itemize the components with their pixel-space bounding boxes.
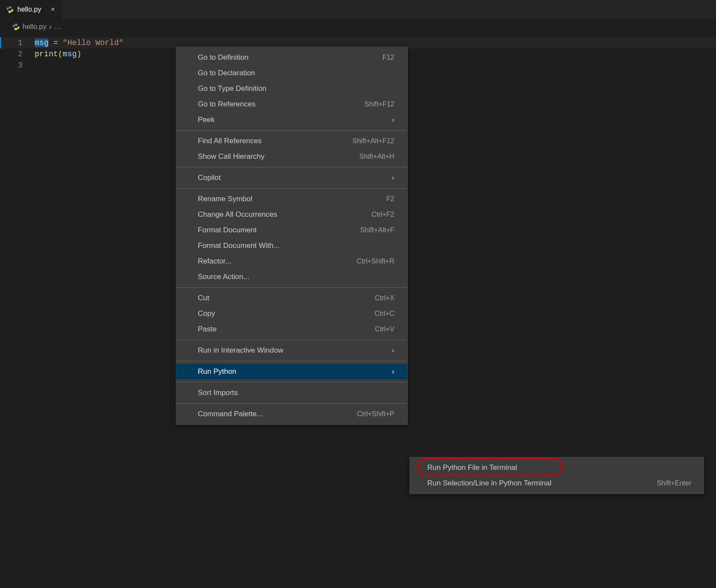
menu-item-label: Go to References xyxy=(198,100,255,109)
menu-shortcut: Shift+Alt+F xyxy=(360,226,394,234)
menu-item-label: Go to Type Definition xyxy=(198,84,266,93)
menu-item-label: Show Call Hierarchy xyxy=(198,152,264,161)
menu-shortcut: F2 xyxy=(386,195,394,203)
menu-item-label: Refactor... xyxy=(198,257,231,266)
menu-item[interactable]: Find All ReferencesShift+Alt+F12 xyxy=(176,133,407,149)
menu-item-label: Rename Symbol xyxy=(198,195,252,203)
menu-item-label: Cut xyxy=(198,294,209,302)
chevron-right-icon: › xyxy=(392,174,394,182)
menu-item[interactable]: PasteCtrl+V xyxy=(176,321,407,337)
menu-item-label: Source Action... xyxy=(198,273,249,281)
menu-item-label: Go to Declaration xyxy=(198,69,255,77)
menu-item[interactable]: Show Call HierarchyShift+Alt+H xyxy=(176,149,407,164)
menu-shortcut: Ctrl+X xyxy=(375,294,394,302)
menu-item[interactable]: Run in Interactive Window› xyxy=(176,343,407,358)
menu-item[interactable]: Refactor...Ctrl+Shift+R xyxy=(176,254,407,269)
menu-item-label: Format Document With... xyxy=(198,241,280,250)
menu-separator xyxy=(176,167,407,167)
line-number: 2 xyxy=(0,48,35,60)
menu-separator xyxy=(176,340,407,340)
python-icon xyxy=(6,6,14,13)
menu-item-label: Run in Interactive Window xyxy=(198,346,283,355)
menu-item[interactable]: Copilot› xyxy=(176,170,407,186)
python-icon xyxy=(12,23,20,31)
menu-item[interactable]: Peek› xyxy=(176,112,407,128)
breadcrumb[interactable]: hello.py › … xyxy=(0,19,716,35)
tab-bar: hello.py × xyxy=(0,0,716,19)
menu-item[interactable]: Format DocumentShift+Alt+F xyxy=(176,222,407,238)
menu-item-label: Find All References xyxy=(198,137,261,145)
editor-tab[interactable]: hello.py × xyxy=(0,0,62,19)
menu-item[interactable]: CopyCtrl+C xyxy=(176,306,407,321)
menu-item-label: Copy xyxy=(198,309,215,318)
context-menu: Go to DefinitionF12Go to DeclarationGo t… xyxy=(176,47,408,425)
submenu-run-python: Run Python File in TerminalRun Selection… xyxy=(410,457,704,494)
menu-item[interactable]: Command Palette...Ctrl+Shift+P xyxy=(176,406,407,422)
menu-item[interactable]: Go to DefinitionF12 xyxy=(176,50,407,65)
chevron-right-icon: › xyxy=(392,346,394,355)
menu-item-label: Command Palette... xyxy=(198,410,263,418)
menu-item-label: Change All Occurrences xyxy=(198,210,277,219)
menu-separator xyxy=(176,382,407,382)
menu-item[interactable]: Go to ReferencesShift+F12 xyxy=(176,96,407,112)
menu-separator xyxy=(176,287,407,288)
chevron-right-icon: › xyxy=(49,22,52,32)
tab-filename: hello.py xyxy=(17,6,41,13)
menu-item[interactable]: Run Python› xyxy=(176,364,407,379)
menu-separator xyxy=(176,130,407,131)
menu-shortcut: Ctrl+F2 xyxy=(371,211,394,218)
menu-item[interactable]: Run Python File in Terminal xyxy=(410,460,703,476)
menu-item[interactable]: Run Selection/Line in Python TerminalShi… xyxy=(410,476,703,491)
menu-item-label: Format Document xyxy=(198,226,257,235)
menu-shortcut: Ctrl+V xyxy=(375,325,394,333)
close-icon[interactable]: × xyxy=(49,6,57,13)
line-content[interactable]: msg = "Hello World" xyxy=(35,37,123,48)
menu-item-label: Sort Imports xyxy=(198,389,238,397)
menu-separator xyxy=(176,188,407,189)
menu-item-label: Paste xyxy=(198,325,216,334)
line-content[interactable]: print(msg) xyxy=(35,48,81,60)
menu-separator xyxy=(176,403,407,404)
menu-item[interactable]: CutCtrl+X xyxy=(176,290,407,306)
chevron-right-icon: › xyxy=(392,367,394,376)
line-number: 3 xyxy=(0,60,35,71)
menu-item[interactable]: Format Document With... xyxy=(176,238,407,254)
menu-shortcut: F12 xyxy=(382,54,394,61)
menu-separator xyxy=(176,361,407,361)
menu-item[interactable]: Go to Type Definition xyxy=(176,81,407,96)
menu-item-label: Peek xyxy=(198,116,215,124)
menu-shortcut: Shift+F12 xyxy=(364,100,394,108)
breadcrumb-filename[interactable]: hello.py xyxy=(23,23,46,31)
breadcrumb-ellipsis[interactable]: … xyxy=(54,23,61,31)
menu-item-label: Run Python File in Terminal xyxy=(427,463,517,472)
menu-shortcut: Shift+Alt+H xyxy=(359,153,394,161)
menu-shortcut: Ctrl+Shift+P xyxy=(357,410,394,418)
line-number: 1 xyxy=(0,37,35,48)
menu-item[interactable]: Source Action... xyxy=(176,269,407,285)
menu-shortcut: Shift+Enter xyxy=(657,479,691,487)
chevron-right-icon: › xyxy=(392,116,394,124)
menu-item[interactable]: Sort Imports xyxy=(176,385,407,401)
menu-item[interactable]: Rename SymbolF2 xyxy=(176,191,407,207)
menu-shortcut: Shift+Alt+F12 xyxy=(352,137,394,145)
menu-item[interactable]: Change All OccurrencesCtrl+F2 xyxy=(176,207,407,222)
menu-item-label: Copilot xyxy=(198,174,221,182)
menu-shortcut: Ctrl+Shift+R xyxy=(357,257,394,265)
menu-item[interactable]: Go to Declaration xyxy=(176,65,407,81)
menu-item-label: Run Selection/Line in Python Terminal xyxy=(427,479,552,488)
menu-item-label: Go to Definition xyxy=(198,53,248,62)
menu-item-label: Run Python xyxy=(198,367,236,376)
menu-shortcut: Ctrl+C xyxy=(374,310,394,318)
